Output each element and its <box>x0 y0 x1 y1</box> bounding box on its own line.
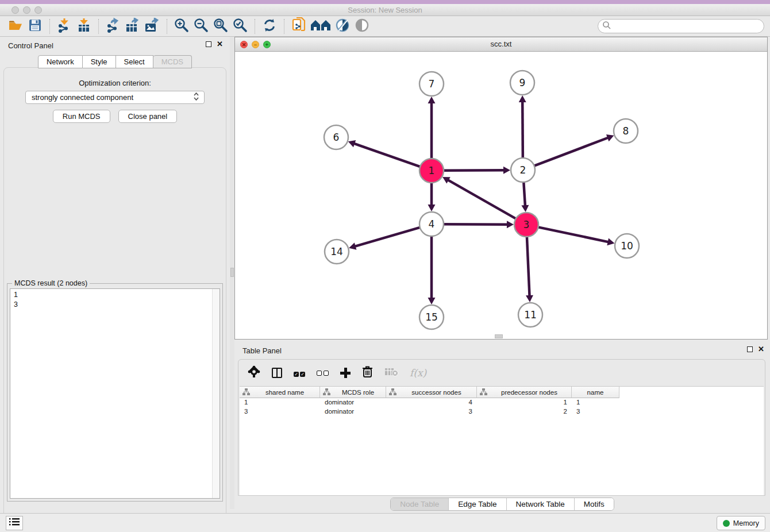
tab-network-table[interactable]: Network Table <box>507 498 575 510</box>
criterion-value: strongly connected component <box>32 93 133 102</box>
tab-node-table[interactable]: Node Table <box>391 498 449 510</box>
cell-predecessor-nodes[interactable]: 1 <box>477 398 572 407</box>
new-network-from-selection-button[interactable] <box>289 18 309 35</box>
tab-motifs[interactable]: Motifs <box>575 498 614 510</box>
show-columns-button[interactable] <box>272 368 282 378</box>
table-row[interactable]: 3dominator323 <box>240 407 764 417</box>
hide-graphics-details-button[interactable] <box>333 18 352 35</box>
main-toolbar <box>0 16 770 37</box>
control-panel: Control Panel ✕ NetworkStyleSelectMCDS O… <box>0 37 230 509</box>
node-label-4: 4 <box>429 218 435 230</box>
edge-3-11[interactable] <box>527 237 530 297</box>
zoom-out-button[interactable] <box>191 18 211 35</box>
tab-mcds[interactable]: MCDS <box>153 55 192 68</box>
close-table-panel-icon[interactable]: ✕ <box>758 346 764 352</box>
eye-button[interactable] <box>352 18 372 35</box>
edge-2-8[interactable] <box>534 137 609 166</box>
import-table-button[interactable] <box>74 18 94 35</box>
status-bar: Memory <box>0 513 770 532</box>
toolbar-separator <box>255 19 255 34</box>
edge-4-14[interactable] <box>354 228 420 246</box>
column-header-predecessor-nodes[interactable]: predecessor nodes <box>477 387 572 398</box>
open-session-button[interactable] <box>6 18 25 35</box>
task-history-button[interactable] <box>6 516 23 530</box>
edge-arrowhead <box>526 295 533 302</box>
import-network-button[interactable] <box>55 18 74 35</box>
export-image-button[interactable] <box>143 18 162 35</box>
table-panel-body: ✓✓ f(x) shared nameMCDS rolesuccessor no… <box>238 359 765 496</box>
edge-2-9[interactable] <box>522 101 523 158</box>
float-panel-icon[interactable] <box>206 41 211 47</box>
deselect-all-columns-button[interactable] <box>317 368 329 378</box>
column-type-icon <box>386 388 396 396</box>
tab-edge-table[interactable]: Edge Table <box>449 498 506 510</box>
close-panel-icon[interactable]: ✕ <box>217 41 223 47</box>
tab-style[interactable]: Style <box>83 55 116 68</box>
edge-3-10[interactable] <box>538 227 610 242</box>
criterion-dropdown[interactable]: strongly connected component <box>25 91 205 104</box>
edge-arrowhead <box>428 298 436 304</box>
cell-successor-nodes[interactable]: 4 <box>386 398 477 407</box>
edge-1-2[interactable] <box>444 170 505 171</box>
create-column-button[interactable] <box>340 368 351 378</box>
run-mcds-button[interactable]: Run MCDS <box>53 110 110 123</box>
cell-MCDS-role[interactable]: dominator <box>320 407 386 417</box>
table-body: 1dominator4113dominator323 <box>240 398 764 417</box>
tab-select[interactable]: Select <box>116 55 153 68</box>
zoom-out-icon <box>194 18 209 35</box>
export-table-button[interactable] <box>123 18 143 35</box>
memory-button[interactable]: Memory <box>717 516 765 530</box>
delete-column-button[interactable] <box>362 365 373 380</box>
toolbar-separator <box>49 19 50 34</box>
memory-label: Memory <box>733 519 759 527</box>
column-header-MCDS-role[interactable]: MCDS role <box>320 387 386 398</box>
cell-MCDS-role[interactable]: dominator <box>320 398 386 407</box>
apply-layout-button[interactable] <box>260 18 279 35</box>
table-row[interactable]: 1dominator411 <box>240 398 764 407</box>
network-window-titlebar[interactable]: ✕ − + scc.txt <box>235 37 767 52</box>
fit-content-button[interactable] <box>211 18 230 35</box>
save-session-button[interactable] <box>25 18 45 35</box>
table-settings-button[interactable] <box>248 365 260 380</box>
edge-4-3[interactable] <box>444 224 509 225</box>
edge-1-6[interactable] <box>353 143 420 167</box>
edge-2-3[interactable] <box>523 182 525 207</box>
cell-predecessor-nodes[interactable]: 2 <box>477 407 572 417</box>
cell-successor-nodes[interactable]: 3 <box>386 407 477 417</box>
cell-shared-name[interactable]: 1 <box>240 398 320 407</box>
column-header-shared-name[interactable]: shared name <box>240 387 320 398</box>
node-label-9: 9 <box>519 77 526 88</box>
close-panel-button[interactable]: Close panel <box>118 110 178 123</box>
network-graph[interactable]: 7968124314101511 <box>235 52 767 338</box>
result-line: 3 <box>14 300 220 310</box>
zoom-selected-icon <box>233 18 248 35</box>
memory-status-dot <box>723 520 730 527</box>
show-all-button[interactable] <box>309 18 333 35</box>
cell-name[interactable]: 1 <box>572 398 619 407</box>
edge-3-1[interactable] <box>447 179 516 218</box>
network-resize-handle[interactable] <box>495 334 503 338</box>
column-header-name[interactable]: name <box>572 387 619 398</box>
export-network-button[interactable] <box>103 18 123 35</box>
tab-network[interactable]: Network <box>38 55 83 68</box>
node-table[interactable]: shared nameMCDS rolesuccessor nodesprede… <box>240 386 764 495</box>
column-label: name <box>572 389 619 396</box>
chevron-updown-icon <box>193 92 199 103</box>
search-input[interactable] <box>598 19 764 33</box>
select-all-columns-button[interactable]: ✓✓ <box>294 368 305 378</box>
panel-splitter[interactable] <box>230 37 234 509</box>
splitter-handle[interactable] <box>230 268 234 277</box>
network-canvas[interactable]: 7968124314101511 <box>235 52 767 338</box>
zoom-selected-button[interactable] <box>230 18 250 35</box>
zoom-in-button[interactable] <box>172 18 191 35</box>
documents-network-icon <box>292 17 306 36</box>
network-window-title: scc.txt <box>235 40 767 48</box>
cell-shared-name[interactable]: 3 <box>240 407 320 417</box>
mcds-result-textarea[interactable]: 13 <box>10 288 220 499</box>
column-label: MCDS role <box>330 389 386 396</box>
cell-name[interactable]: 3 <box>572 407 619 417</box>
float-table-panel-icon[interactable] <box>747 346 753 352</box>
column-header-successor-nodes[interactable]: successor nodes <box>386 387 477 398</box>
control-panel-header: Control Panel ✕ <box>0 37 230 54</box>
result-scrollbar[interactable] <box>212 289 220 498</box>
